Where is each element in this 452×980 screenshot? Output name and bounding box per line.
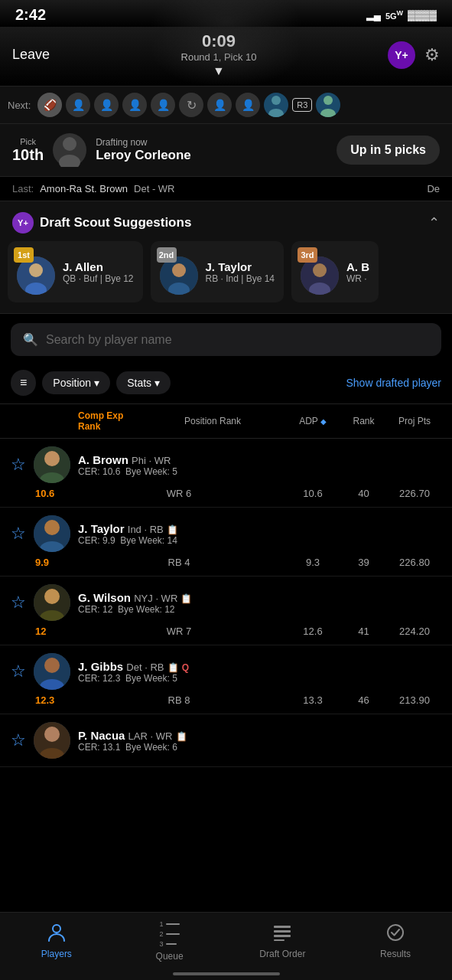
bottom-nav: Players 1 2 3 Queue Draft Order <box>0 912 452 980</box>
rank-col-header: Rank <box>343 416 385 426</box>
filter-sliders-button[interactable]: ≡ <box>11 370 36 396</box>
svg-point-30 <box>53 925 60 933</box>
draft-timer: 0:09 <box>181 31 257 51</box>
suggestions-header: Y+ Draft Scout Suggestions ⌃ <box>0 201 452 241</box>
star-icon-5[interactable]: ☆ <box>11 732 26 749</box>
stat-rank-3: 41 <box>343 626 385 637</box>
player-cer-5: CER: 13.1 Bye Week: 6 <box>78 742 441 753</box>
app-header: Leave 0:09 Round 1, Pick 10 ▼ Y+ ⚙ <box>0 27 452 86</box>
status-bar: 2:42 ▂▄ 5GW ▓▓▓▓ <box>0 0 452 27</box>
stat-cer-4: 12.3 <box>35 694 72 706</box>
star-icon-2[interactable]: ☆ <box>11 525 26 542</box>
pick-number: Pick 10th <box>12 137 44 164</box>
last-pick-row: Last: Amon-Ra St. Brown Det - WR De <box>0 177 452 201</box>
svg-point-35 <box>388 925 403 940</box>
player-stats-2: 9.9 RB 4 9.3 39 226.80 <box>35 557 441 568</box>
player-name-info-2: J. Taylor Ind · RB 📋 CER: 9.9 Bye Week: … <box>78 522 441 546</box>
suggest-info-2: J. Taylor RB · Ind | Bye 14 <box>206 260 275 284</box>
suggest-name-2: J. Taylor <box>206 260 275 273</box>
svg-rect-34 <box>274 939 285 941</box>
stat-cer-3: 12 <box>35 626 72 637</box>
collapse-suggestions-button[interactable]: ⌃ <box>428 214 440 231</box>
svg-point-25 <box>44 658 60 673</box>
svg-point-22 <box>44 589 60 604</box>
player-row[interactable]: ☆ J. Gibbs Det · RB 📋 Q CER: 12.3 Bye We… <box>0 645 452 714</box>
last-label: Last: <box>12 183 34 194</box>
star-icon-4[interactable]: ☆ <box>11 663 26 680</box>
svg-point-2 <box>324 96 333 105</box>
position-filter-button[interactable]: Position ▾ <box>42 371 110 394</box>
leave-button[interactable]: Leave <box>12 47 50 63</box>
network-type: 5GW <box>385 9 403 21</box>
player-name-info-3: G. Wilson NYJ · WR 📋 CER: 12 Bye Week: 1… <box>78 591 441 615</box>
adp-col-header: ADP ◆ <box>286 416 340 426</box>
pick-label: Pick <box>12 137 44 146</box>
stat-proj-1: 226.70 <box>388 488 441 499</box>
up-in-button[interactable]: Up in 5 picks <box>337 136 440 165</box>
pick-avatar-refresh: ↻ <box>179 93 203 117</box>
stat-adp-3: 12.6 <box>286 626 340 637</box>
rank-badge-1: 1st <box>14 247 34 263</box>
svg-point-10 <box>172 263 186 277</box>
stat-proj-3: 224.20 <box>388 626 441 637</box>
suggestion-card-3[interactable]: 3rd A. B WR · <box>291 241 379 302</box>
pick-avatar-1: 🏈 <box>37 93 62 117</box>
player-stats-3: 12 WR 7 12.6 41 224.20 <box>35 626 441 637</box>
suggestion-card-2[interactable]: 2nd J. Taylor RB · Ind | Bye 14 <box>151 241 285 302</box>
suggest-name-1: J. Allen <box>63 260 134 273</box>
search-section: 🔍 Search by player name <box>0 314 452 365</box>
draft-order-nav-icon <box>272 923 292 946</box>
rank-badge-2: 2nd <box>157 247 177 263</box>
draft-order-row: Next: 🏈 👤 👤 👤 👤 ↻ 👤 👤 R3 <box>0 86 452 124</box>
stats-filter-button[interactable]: Stats ▾ <box>116 371 171 394</box>
search-input[interactable]: Search by player name <box>46 333 172 347</box>
nav-results[interactable]: Results <box>365 923 426 959</box>
signal-icon: ▂▄ <box>366 9 381 21</box>
stat-cer-2: 9.9 <box>35 557 72 568</box>
pick-avatar-2: 👤 <box>66 93 90 117</box>
draft-order-nav-label: Draft Order <box>259 949 305 959</box>
suggest-detail-1: QB · Buf | Bye 12 <box>63 273 134 284</box>
yplus-small-icon: Y+ <box>12 212 34 234</box>
pick-avatar-4: 👤 <box>122 93 147 117</box>
svg-point-0 <box>272 96 281 105</box>
pick-avatar-6: 👤 <box>207 93 232 117</box>
note-icon-3: 📋 <box>180 593 192 604</box>
home-bar <box>173 972 280 975</box>
player-thumb-3 <box>34 584 70 621</box>
player-row[interactable]: ☆ P. Nacua LAR · WR 📋 CER: 13.1 Bye Week… <box>0 714 452 767</box>
player-cer-3: CER: 12 Bye Week: 12 <box>78 604 441 615</box>
q-badge-4: Q <box>182 662 189 673</box>
stat-cer-1: 10.6 <box>35 488 72 499</box>
drafting-now-label: Drafting now <box>96 137 191 148</box>
svg-point-16 <box>44 451 60 466</box>
note-icon-2: 📋 <box>167 524 178 535</box>
star-icon-1[interactable]: ☆ <box>11 456 26 473</box>
show-drafted-button[interactable]: Show drafted player <box>346 377 441 389</box>
stat-proj-4: 213.90 <box>388 694 441 706</box>
nav-players[interactable]: Players <box>26 923 87 959</box>
player-row[interactable]: ☆ G. Wilson NYJ · WR 📋 CER: 12 Bye Week:… <box>0 577 452 645</box>
star-icon-3[interactable]: ☆ <box>11 594 26 611</box>
drafting-info: Drafting now Leroy Corleone <box>96 137 191 163</box>
player-thumb-4 <box>34 653 70 690</box>
yplus-button[interactable]: Y+ <box>388 41 415 69</box>
suggestions-title: Y+ Draft Scout Suggestions <box>12 212 191 234</box>
player-row[interactable]: ☆ A. Brown Phi · WR CER: 10.6 Bye Week: … <box>0 439 452 508</box>
battery-icon: ▓▓▓▓ <box>408 9 437 21</box>
settings-icon[interactable]: ⚙ <box>424 45 440 65</box>
svg-point-28 <box>44 727 60 742</box>
nav-queue[interactable]: 1 2 3 Queue <box>139 920 200 962</box>
svg-point-13 <box>313 263 327 277</box>
suggestion-card-1[interactable]: 1st J. Allen QB · Buf | Bye 12 <box>8 241 143 302</box>
pick-avatar-5: 👤 <box>151 93 175 117</box>
player-name-info-4: J. Gibbs Det · RB 📋 Q CER: 12.3 Bye Week… <box>78 660 441 684</box>
status-icons: ▂▄ 5GW ▓▓▓▓ <box>366 9 437 21</box>
player-stats-1: 10.6 WR 6 10.6 40 226.70 <box>35 488 441 499</box>
suggest-info-1: J. Allen QB · Buf | Bye 12 <box>63 260 134 284</box>
search-bar[interactable]: 🔍 Search by player name <box>11 323 441 356</box>
suggest-info-3: A. B WR · <box>346 260 369 284</box>
next-label: Next: <box>8 100 31 111</box>
nav-draft-order[interactable]: Draft Order <box>252 923 313 959</box>
player-row[interactable]: ☆ J. Taylor Ind · RB 📋 CER: 9.9 Bye Week… <box>0 508 452 577</box>
